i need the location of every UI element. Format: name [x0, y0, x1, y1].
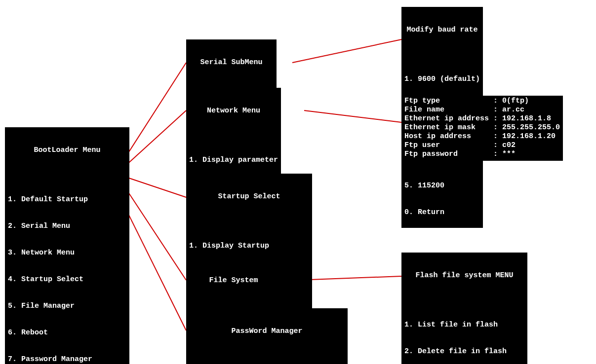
menu-item[interactable]: 1. Display parameter [189, 156, 278, 165]
serial-title: Serial SubMenu [189, 58, 274, 67]
param-row: Host ip address : 192.168.1.20 [404, 132, 560, 141]
baud-title: Modify baud rate [404, 26, 480, 35]
menu-item[interactable]: 3. Network Menu [8, 249, 126, 257]
svg-line-6 [304, 110, 401, 122]
menu-item[interactable]: 7. Password Manager [8, 355, 126, 364]
param-row: Ethernet ip mask : 255.255.255.0 [404, 123, 560, 132]
svg-line-2 [124, 177, 186, 197]
bootloader-title: BootLoader Menu [8, 146, 126, 155]
menu-item[interactable]: 5. File Manager [8, 302, 126, 311]
menu-item[interactable]: 0. Return [404, 208, 480, 217]
param-row: Ftp type : 0(ftp) [404, 97, 560, 106]
svg-line-7 [297, 276, 401, 280]
startup-title: Startup Select [189, 192, 309, 201]
menu-item[interactable]: 2. Serial Menu [8, 222, 126, 231]
param-row: Ethernet ip address : 192.168.1.8 [404, 114, 560, 123]
password-title: PassWord Manager [189, 327, 345, 336]
flash-file-system-menu: Flash file system MENU 1. List file in f… [401, 253, 527, 364]
param-row: Ftp password : *** [404, 150, 560, 159]
menu-item[interactable]: 1. 9600 (default) [404, 75, 480, 84]
param-row: File name : ar.cc [404, 106, 560, 114]
param-row: Ftp user : c02 [404, 141, 560, 150]
svg-line-1 [124, 110, 186, 167]
menu-item[interactable]: 1. List file in flash [404, 321, 524, 329]
menu-item[interactable]: 5. 115200 [404, 182, 480, 190]
network-title: Network Menu [189, 107, 278, 115]
flash-title: Flash file system MENU [404, 271, 524, 280]
svg-line-0 [124, 63, 186, 159]
svg-line-3 [124, 186, 186, 280]
svg-line-5 [292, 39, 401, 63]
menu-item[interactable]: 4. Startup Select [8, 275, 126, 284]
menu-item[interactable]: 1. Default Startup [8, 195, 126, 204]
menu-item[interactable]: 2. Delete file in flash [404, 347, 524, 356]
menu-item[interactable]: 1. Display Startup [189, 242, 309, 251]
network-parameters: Ftp type : 0(ftp)File name : ar.ccEthern… [401, 96, 563, 161]
svg-line-4 [124, 206, 186, 330]
password-manager-menu: PassWord Manager 1. Modify the menu pass… [186, 308, 348, 364]
filesys-title: File System [189, 276, 278, 285]
bootloader-menu: BootLoader Menu 1. Default Startup 2. Se… [5, 127, 129, 364]
menu-item[interactable]: 6. Reboot [8, 328, 126, 337]
